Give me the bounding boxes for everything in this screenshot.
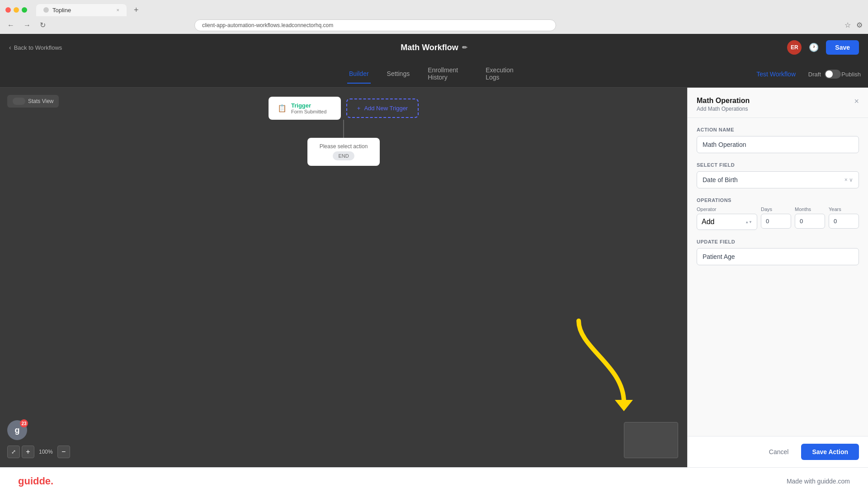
tab-execution-logs[interactable]: Execution Logs [484, 61, 521, 87]
zoom-out-button[interactable]: − [57, 446, 70, 458]
edit-title-icon[interactable]: ✏ [462, 44, 467, 51]
zoom-percentage: 100% [36, 449, 56, 455]
toggle-knob [826, 70, 833, 78]
tab-settings[interactable]: Settings [385, 65, 412, 84]
panel-title: Math Operation [697, 97, 750, 105]
back-to-workflows-link[interactable]: ‹ Back to Workflows [9, 44, 62, 51]
new-tab-button[interactable]: + [130, 5, 142, 16]
panel-subtitle: Add Math Operations [697, 106, 750, 112]
minimap [624, 422, 678, 458]
arrow-svg [552, 312, 651, 420]
user-avatar-bottom[interactable]: g 23 [7, 420, 27, 440]
save-button-header[interactable]: Save [826, 40, 859, 55]
draft-toggle-container: Draft [808, 70, 841, 79]
user-initial: g [15, 426, 20, 435]
tab-favicon [43, 7, 49, 13]
action-name-label: ACTION NAME [697, 127, 859, 132]
user-circle[interactable]: g 23 [7, 420, 27, 440]
svg-marker-0 [615, 400, 633, 411]
workflow-canvas[interactable]: Stats View 📋 Trigger Form Submitted + Ad… [0, 88, 687, 467]
stats-label: Stats View [28, 98, 53, 104]
years-col-label: Years [829, 206, 859, 212]
action-placeholder: Please select action [316, 143, 371, 150]
tab-builder[interactable]: Builder [347, 65, 371, 84]
workflow-title-container: Math Workflow ✏ [401, 43, 467, 52]
back-arrow-icon: ‹ [9, 44, 11, 51]
browser-chrome: Topline × + ← → ↻ client-app-automation-… [0, 0, 868, 34]
stats-toggle[interactable]: Stats View [7, 95, 59, 108]
close-traffic-light[interactable] [5, 7, 11, 13]
maximize-traffic-light[interactable] [22, 7, 27, 13]
add-trigger-node[interactable]: + Add New Trigger [346, 99, 419, 118]
end-badge: END [333, 151, 354, 160]
select-field-group: SELECT FIELD Date of Birth × ∨ [697, 162, 859, 188]
stats-toggle-switch[interactable] [13, 98, 25, 105]
canvas-controls: Stats View [7, 95, 59, 108]
active-tab[interactable]: Topline × [36, 4, 127, 16]
update-field-label: UPDATE FIELD [697, 239, 859, 244]
months-col-label: Months [795, 206, 825, 212]
trigger-row: 📋 Trigger Form Submitted + Add New Trigg… [269, 97, 419, 120]
days-column: Days [761, 206, 791, 230]
settings-icon[interactable]: ⚙ [856, 21, 863, 29]
save-action-button[interactable]: Save Action [801, 444, 859, 460]
operator-column: Operator Add ▲▼ [697, 206, 757, 230]
operator-select[interactable]: Add ▲▼ [697, 214, 757, 230]
cancel-button[interactable]: Cancel [762, 445, 796, 459]
trigger-node[interactable]: 📋 Trigger Form Submitted [269, 97, 341, 120]
traffic-lights [5, 7, 27, 13]
action-name-group: ACTION NAME [697, 127, 859, 153]
trigger-icon: 📋 [278, 104, 287, 113]
tab-title: Topline [52, 7, 71, 14]
fit-to-screen-button[interactable]: ⤢ [7, 446, 20, 458]
forward-button[interactable]: → [22, 19, 33, 31]
url-text: client-app-automation-workflows.leadconn… [202, 22, 333, 28]
add-trigger-plus-icon: + [357, 105, 361, 112]
months-input[interactable] [795, 214, 825, 229]
test-workflow-button[interactable]: Test Workflow [756, 70, 796, 78]
panel-footer: Cancel Save Action [688, 436, 868, 467]
bookmark-icon[interactable]: ☆ [844, 21, 851, 29]
draft-label: Draft [808, 71, 821, 78]
draft-toggle-switch[interactable] [825, 70, 841, 79]
browser-icons: ☆ ⚙ [844, 21, 863, 29]
address-bar[interactable]: client-app-automation-workflows.leadconn… [194, 19, 556, 31]
tab-enrollment-history[interactable]: Enrollment History [426, 61, 469, 87]
arrow-annotation [552, 312, 651, 422]
back-label: Back to Workflows [14, 44, 62, 51]
update-field-select[interactable]: Patient Age [697, 248, 859, 265]
zoom-in-button[interactable]: + [22, 446, 34, 458]
years-column: Years [829, 206, 859, 230]
add-trigger-label: Add New Trigger [364, 105, 408, 112]
operator-value: Add [702, 218, 714, 226]
zoom-controls: ⤢ + 100% − [7, 446, 70, 458]
panel-close-button[interactable]: × [854, 97, 859, 106]
right-panel: Math Operation Add Math Operations × ACT… [687, 88, 868, 467]
action-name-input[interactable] [697, 136, 859, 153]
user-avatar-header[interactable]: ER [787, 40, 802, 55]
refresh-button[interactable]: ↻ [38, 19, 47, 31]
panel-header: Math Operation Add Math Operations × [688, 88, 868, 118]
tab-close-icon[interactable]: × [117, 7, 119, 13]
select-field-dropdown[interactable]: Date of Birth × ∨ [697, 171, 859, 188]
trigger-label: Trigger [291, 102, 326, 109]
main-layout: Stats View 📋 Trigger Form Submitted + Ad… [0, 88, 868, 467]
days-input[interactable] [761, 214, 791, 229]
back-button[interactable]: ← [5, 19, 16, 31]
app-header: ‹ Back to Workflows Math Workflow ✏ ER 🕐… [0, 34, 868, 61]
guidde-credit: Made with guidde.com [787, 478, 850, 485]
header-right: ER 🕐 Save [787, 40, 859, 55]
publish-button[interactable]: Publish [841, 71, 861, 78]
notification-badge: 23 [20, 419, 28, 427]
action-node[interactable]: Please select action END [307, 138, 380, 166]
minimize-traffic-light[interactable] [14, 7, 19, 13]
trigger-sublabel: Form Submitted [291, 109, 326, 114]
years-input[interactable] [829, 214, 859, 229]
panel-body: ACTION NAME SELECT FIELD Date of Birth ×… [688, 118, 868, 436]
workflow-container: 📋 Trigger Form Submitted + Add New Trigg… [269, 97, 419, 166]
workflow-title-text: Math Workflow [401, 43, 458, 52]
guidde-logo: guidde. [18, 475, 53, 487]
clock-icon[interactable]: 🕐 [809, 42, 819, 52]
days-col-label: Days [761, 206, 791, 212]
connector-line-1 [343, 120, 344, 138]
